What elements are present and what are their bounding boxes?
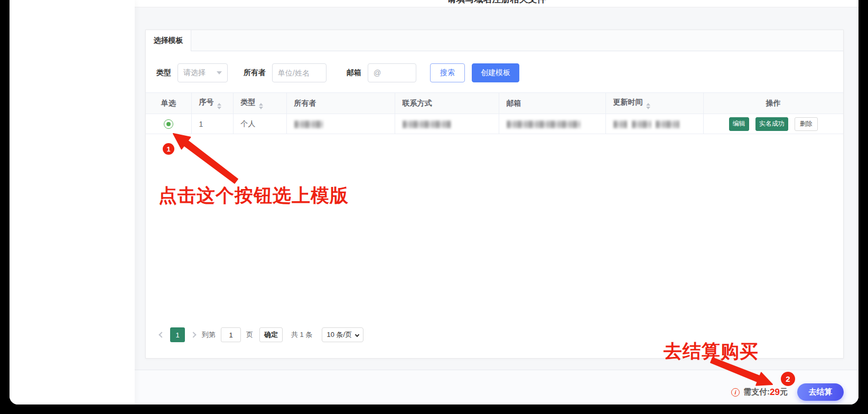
annotation-step1-badge: 1 — [163, 143, 174, 155]
goto-page-input[interactable] — [221, 327, 241, 342]
checkout-button[interactable]: 去结算 — [797, 383, 844, 401]
page-size-value: 10 条/页 — [326, 330, 352, 340]
pagination-bar: 1 到第 页 确定 共 1 条 10 条/页 — [156, 327, 363, 342]
goto-label: 到第 — [202, 330, 216, 340]
type-label: 类型 — [156, 68, 171, 78]
sort-icon[interactable] — [646, 103, 650, 109]
pay-label: 需支付: — [743, 387, 770, 397]
blurred-time — [656, 120, 679, 128]
blurred-contact — [403, 120, 451, 128]
annotation-step2-text: 去结算购买 — [664, 339, 759, 364]
sort-icon[interactable] — [259, 103, 263, 109]
table-row: 1 个人 编辑 实名成功 删除 — [146, 114, 843, 134]
verified-status-button[interactable]: 实名成功 — [755, 117, 788, 131]
col-header-owner: 所有者 — [286, 93, 395, 114]
table-header-row: 单选 序号 类型 所有者 联系方式 邮箱 更新时间 操作 — [146, 93, 843, 114]
blurred-owner — [294, 120, 323, 128]
col-header-updated[interactable]: 更新时间 — [605, 93, 703, 114]
owner-input[interactable] — [272, 63, 326, 82]
blurred-email — [507, 120, 581, 128]
col-header-type[interactable]: 类型 — [233, 93, 286, 114]
chevron-down-icon — [217, 71, 222, 74]
search-button[interactable]: 搜索 — [430, 63, 465, 82]
annotation-step1-text: 点击这个按钮选上模版 — [158, 183, 349, 208]
left-sidebar-blank — [10, 0, 135, 404]
sort-icon[interactable] — [217, 103, 221, 109]
page-size-select[interactable]: 10 条/页 — [322, 327, 363, 342]
info-icon: i — [731, 388, 740, 397]
confirm-page-button[interactable]: 确定 — [259, 327, 283, 342]
tab-select-template[interactable]: 选择模板 — [146, 30, 191, 51]
page-label: 页 — [246, 330, 253, 340]
create-template-button[interactable]: 创建模板 — [472, 63, 519, 82]
template-table: 单选 序号 类型 所有者 联系方式 邮箱 更新时间 操作 — [146, 92, 843, 134]
chevron-down-icon — [355, 333, 359, 337]
email-label: 邮箱 — [347, 68, 361, 78]
edit-button[interactable]: 编辑 — [729, 117, 749, 131]
pay-amount: 29 — [770, 387, 780, 398]
radio-dot — [166, 122, 171, 126]
type-select-value: 请选择 — [183, 68, 206, 78]
chevron-left-icon — [158, 332, 164, 337]
filter-bar: 类型 请选择 所有者 邮箱 搜索 创建模板 — [156, 63, 519, 82]
total-count-label: 共 1 条 — [291, 330, 312, 340]
col-header-actions: 操作 — [703, 93, 843, 114]
delete-button[interactable]: 删除 — [795, 117, 818, 131]
type-select[interactable]: 请选择 — [178, 63, 228, 82]
cell-type: 个人 — [233, 114, 286, 134]
current-page-button[interactable]: 1 — [170, 327, 185, 342]
page-title-clipped: 请填写域名注册相关文件 — [447, 0, 546, 5]
col-header-contact: 联系方式 — [395, 93, 499, 114]
pay-unit: 元 — [780, 387, 788, 397]
chevron-right-icon — [190, 332, 196, 337]
blurred-date — [632, 120, 651, 128]
col-header-select: 单选 — [146, 93, 191, 114]
owner-label: 所有者 — [244, 68, 266, 78]
annotation-step2-badge: 2 — [781, 372, 795, 386]
annotation-arrow-to-radio — [169, 131, 240, 186]
row-radio-selected[interactable] — [164, 119, 173, 129]
blurred-date — [613, 120, 627, 128]
tab-bar: 选择模板 — [146, 30, 843, 51]
next-page-button[interactable] — [188, 327, 199, 342]
prev-page-button[interactable] — [156, 327, 167, 342]
email-input[interactable] — [368, 63, 416, 82]
col-header-email: 邮箱 — [499, 93, 605, 114]
col-header-index[interactable]: 序号 — [191, 93, 233, 114]
screenshot-canvas: 请填写域名注册相关文件 选择模板 类型 请选择 所有者 邮箱 搜索 创 — [0, 0, 868, 414]
